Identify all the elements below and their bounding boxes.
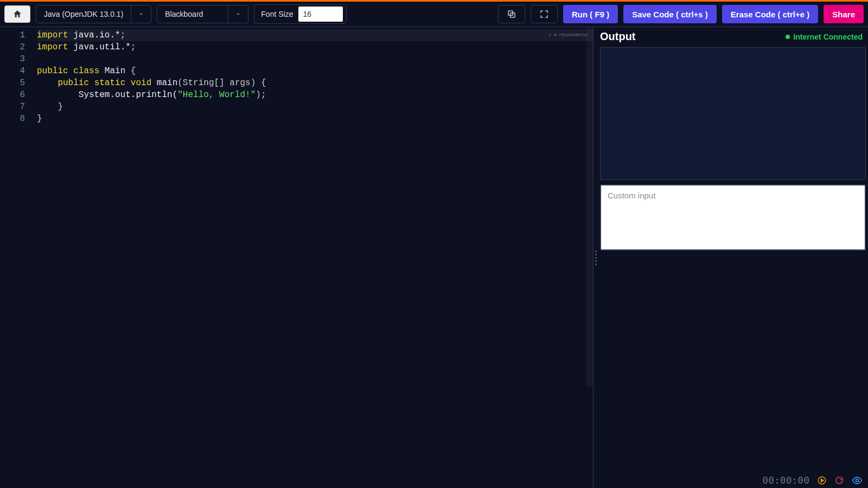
code-line: }: [37, 113, 593, 125]
status-dot-icon: [786, 35, 790, 39]
status-text: Internet Connected: [793, 33, 863, 41]
theme-label: Blackboard: [157, 10, 228, 18]
font-size-label: Font Size: [261, 10, 293, 18]
fullscreen-icon: [539, 9, 549, 19]
line-number: 3: [0, 53, 25, 65]
copy-button[interactable]: [498, 5, 525, 23]
connection-status: Internet Connected: [786, 33, 863, 41]
language-label: Java (OpenJDK 13.0.1): [36, 10, 131, 18]
line-number: 1: [0, 29, 25, 41]
line-number: 2: [0, 41, 25, 53]
line-number: 8: [0, 113, 25, 125]
reset-icon[interactable]: [834, 476, 844, 485]
scrollbar[interactable]: [586, 27, 593, 387]
line-gutter: 1 2 3 4 5 6 7 8: [0, 27, 30, 488]
home-button[interactable]: [4, 5, 30, 23]
erase-button[interactable]: Erase Code ( ctrl+e ): [722, 5, 818, 23]
line-number: 5: [0, 77, 25, 89]
output-title: Output: [600, 30, 636, 43]
font-size-group: Font Size: [254, 4, 347, 24]
code-line: }: [37, 101, 593, 113]
fullscreen-button[interactable]: [531, 5, 558, 23]
home-icon: [12, 9, 22, 19]
editor-pane: 1 2 3 4 5 6 7 8 import java.io.*; import…: [0, 27, 593, 488]
splitter-handle[interactable]: [593, 27, 598, 488]
theme-dropdown[interactable]: Blackboard: [157, 5, 248, 23]
run-button[interactable]: Run ( F9 ): [563, 5, 618, 23]
chevron-down-icon: [131, 5, 151, 23]
code-line: [37, 53, 593, 65]
play-icon[interactable]: [817, 476, 827, 485]
top-toolbar: Java (OpenJDK 13.0.1) Blackboard Font Si…: [0, 2, 868, 27]
line-number: 4: [0, 65, 25, 77]
code-line: public class Main {: [37, 65, 593, 77]
svg-point-3: [856, 479, 859, 481]
code-line: System.out.println("Hello, World!");: [37, 89, 593, 101]
eye-icon[interactable]: [852, 475, 863, 486]
editor-watermark: I ❤ PROGRAMMING: [548, 29, 588, 41]
output-console[interactable]: [600, 47, 866, 180]
share-button[interactable]: Share: [824, 5, 864, 23]
chevron-down-icon: [228, 5, 248, 23]
line-number: 7: [0, 101, 25, 113]
custom-input[interactable]: [600, 184, 866, 251]
main-area: 1 2 3 4 5 6 7 8 import java.io.*; import…: [0, 27, 868, 488]
code-line: import java.util.*;: [37, 41, 593, 53]
code-line: public static void main(String[] args) {: [37, 77, 593, 89]
line-number: 6: [0, 89, 25, 101]
output-pane: Output Internet Connected 00:00:00: [598, 27, 868, 488]
language-dropdown[interactable]: Java (OpenJDK 13.0.1): [36, 5, 151, 23]
drag-dots-icon: [595, 251, 597, 265]
timer: 00:00:00: [762, 474, 809, 486]
font-size-input[interactable]: [298, 7, 343, 22]
code-line: import java.io.*;: [37, 29, 593, 41]
save-button[interactable]: Save Code ( ctrl+s ): [623, 5, 717, 23]
output-header: Output Internet Connected: [598, 27, 868, 46]
footer-bar: 00:00:00: [762, 474, 863, 486]
code-area[interactable]: import java.io.*; import java.util.*; pu…: [30, 27, 593, 488]
copy-icon: [507, 9, 516, 19]
